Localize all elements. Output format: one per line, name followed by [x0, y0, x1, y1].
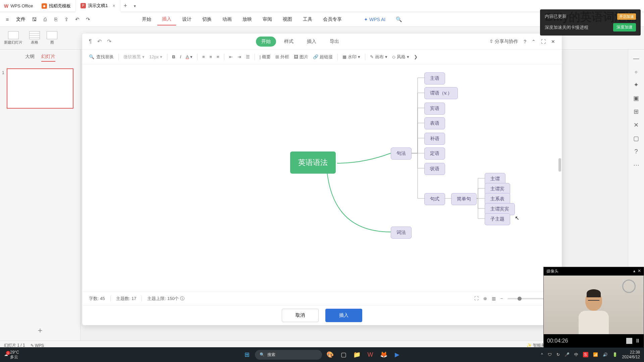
wps-taskbar-icon[interactable]: W	[365, 349, 376, 360]
mindmap-node[interactable]: 定语	[424, 147, 445, 160]
more-icon[interactable]: ⋯	[633, 161, 639, 169]
print-preview-icon[interactable]: ⎙	[40, 15, 50, 24]
menu-insert[interactable]: 插入	[157, 13, 176, 25]
undo-icon[interactable]: ↶	[72, 15, 82, 24]
shield-icon[interactable]: 🛡	[548, 352, 552, 357]
menu-member[interactable]: 会员专享	[318, 14, 346, 25]
recorder-icon[interactable]: ▶	[392, 349, 402, 360]
format-icon[interactable]: ¶	[89, 39, 92, 45]
mindmap-canvas[interactable]: 英语语法 句法 词法 主语 谓语（v.） 宾语 表语 补语 定语 状语 句式 简…	[82, 64, 562, 292]
battery-icon[interactable]: 🔋	[612, 352, 618, 357]
mindmap-node[interactable]: 谓语（v.）	[424, 87, 458, 99]
close-icon[interactable]: ✕	[551, 39, 555, 44]
cancel-button[interactable]: 取消	[282, 309, 319, 322]
style-button[interactable]: ◇ 风格 ▾	[392, 54, 409, 60]
zoom-slider[interactable]	[507, 298, 548, 299]
mindmap-node-syntax[interactable]: 句法	[391, 147, 412, 160]
mindmap-node-simple[interactable]: 简单句	[451, 193, 477, 205]
table-button[interactable]: 表格	[29, 31, 40, 45]
clock[interactable]: 22:38 2024/6/12	[622, 350, 640, 360]
help-icon[interactable]: ?	[634, 148, 638, 155]
mindmap-node[interactable]: 补语	[424, 133, 445, 145]
firefox-icon[interactable]: 🦊	[378, 349, 389, 360]
menu-design[interactable]: 设计	[177, 14, 196, 25]
tools-icon[interactable]: ✕	[634, 121, 639, 129]
outline-tab[interactable]: 大纲	[25, 54, 35, 62]
mindmap-node-sentence[interactable]: 句式	[424, 193, 445, 205]
add-slide-button[interactable]: +	[38, 326, 42, 335]
tab-dropdown[interactable]: ▾	[130, 4, 139, 8]
menu-transition[interactable]: 切换	[198, 14, 216, 25]
image-button[interactable]: 图	[47, 31, 57, 45]
search-icon[interactable]: 🔍	[394, 15, 404, 24]
indent-icon[interactable]: ⇤	[229, 54, 233, 59]
sync-icon[interactable]: ↻	[556, 352, 560, 357]
tab-document[interactable]: P 演示文稿1 ×	[76, 0, 120, 12]
minimize-icon[interactable]: ▴	[633, 268, 635, 273]
template-icon[interactable]: ⊞	[634, 108, 639, 115]
border-button[interactable]: ⊞ 外框	[275, 54, 289, 60]
sogou-icon[interactable]: S	[583, 352, 588, 357]
menu-animation[interactable]: 动画	[218, 14, 236, 25]
canvas-button[interactable]: ✎ 画布 ▾	[370, 54, 387, 60]
hamburger-icon[interactable]: ≡	[3, 15, 12, 24]
mic-icon[interactable]: 🎤	[565, 352, 570, 357]
modal-tab-insert[interactable]: 插入	[302, 37, 322, 47]
mindmap-node[interactable]: 状语	[424, 163, 445, 175]
taskview-icon[interactable]: ▢	[338, 349, 349, 360]
file-menu[interactable]: 文件	[13, 16, 28, 22]
modal-tab-start[interactable]: 开始	[256, 37, 276, 47]
weather-widget[interactable]: 29°C 多云	[10, 350, 19, 360]
menu-tools[interactable]: 工具	[298, 14, 317, 25]
outdent-icon[interactable]: ⇥	[237, 54, 241, 59]
chevron-up-icon[interactable]: ^	[541, 352, 543, 357]
camera-header[interactable]: 摄像头 ▴ ✕	[544, 267, 644, 276]
align-left-icon[interactable]: ≡	[202, 54, 205, 59]
bold-button[interactable]: B	[172, 54, 175, 59]
print-icon[interactable]: ⎘	[51, 15, 60, 24]
watermark-button[interactable]: ▦ 水印 ▾	[342, 54, 360, 60]
screenshot-icon[interactable]: ⛶	[474, 296, 479, 301]
pause-button[interactable]: ⏸	[635, 338, 640, 344]
bookmark-icon[interactable]: ▢	[633, 135, 639, 142]
mindmap-node[interactable]: 主语	[424, 72, 445, 84]
size-select[interactable]: 12px ▾	[149, 54, 162, 59]
target-icon[interactable]: ⊕	[483, 296, 487, 301]
modal-tab-style[interactable]: 样式	[279, 37, 299, 47]
font-color-button[interactable]: A ▾	[186, 54, 193, 59]
wifi-icon[interactable]: 📶	[593, 352, 598, 357]
volume-icon[interactable]: 🔊	[603, 352, 608, 357]
collapse-icon[interactable]: ⌃	[532, 39, 536, 44]
redo-icon[interactable]: ↷	[83, 15, 93, 24]
slides-tab[interactable]: 幻灯片	[41, 54, 55, 62]
weather-icon[interactable]: ☁1	[4, 352, 8, 357]
menu-start[interactable]: 开始	[137, 14, 156, 25]
close-icon[interactable]: ✕	[638, 268, 641, 273]
wps-ai[interactable]: ✦ WPS AI	[359, 14, 390, 25]
start-button[interactable]: ⊞	[241, 349, 252, 360]
search-box[interactable]: 🔍 查找替换	[89, 54, 114, 60]
mindmap-node[interactable]: 表语	[424, 117, 445, 129]
italic-button[interactable]: I	[180, 54, 181, 59]
image-button[interactable]: 🖼 图片	[294, 54, 308, 60]
zoom-out-button[interactable]: −	[500, 296, 503, 301]
list-icon[interactable]: ☰	[246, 54, 250, 59]
link-button[interactable]: 🔗 超链接	[313, 54, 333, 60]
insert-button[interactable]: 插入	[325, 309, 362, 322]
stop-button[interactable]	[626, 338, 632, 344]
menu-slideshow[interactable]: 放映	[238, 14, 257, 25]
maximize-icon[interactable]: ⛶	[541, 39, 546, 44]
modal-tab-export[interactable]: 导出	[324, 37, 344, 47]
mindmap-node[interactable]: 宾语	[424, 103, 445, 115]
menu-view[interactable]: 视图	[278, 14, 297, 25]
explorer-icon[interactable]: 📁	[352, 349, 362, 360]
add-tab-button[interactable]: +	[120, 2, 131, 9]
more-icon[interactable]: ❯	[414, 54, 418, 59]
export-icon[interactable]: ⇪	[62, 15, 71, 24]
redo-icon[interactable]: ↷	[107, 38, 111, 45]
mindmap-node-lexical[interactable]: 词法	[391, 227, 412, 239]
font-select[interactable]: 微软雅黑 ▾	[123, 54, 145, 60]
mindmap-root[interactable]: 英语语法	[290, 152, 336, 174]
ime-indicator[interactable]: 中	[574, 352, 578, 358]
undo-icon[interactable]: ↶	[97, 38, 102, 45]
